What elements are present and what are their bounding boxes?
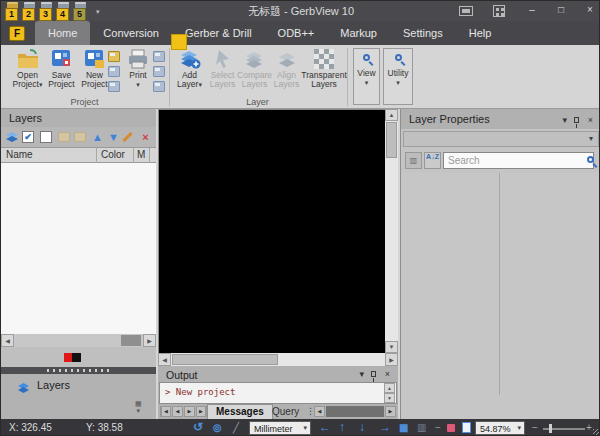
scroll-up-icon[interactable]: ▲ <box>385 109 398 121</box>
measure-line-icon[interactable]: ╱ <box>233 422 239 433</box>
tab-help[interactable]: Help <box>456 21 505 45</box>
tab-conversion[interactable]: Conversion <box>90 21 172 45</box>
categorize-icon[interactable]: ▥ <box>405 152 422 169</box>
nav-next-icon[interactable]: ▶ <box>184 406 195 417</box>
close-icon[interactable]: × <box>588 115 593 125</box>
uncheck-all-checkbox[interactable] <box>40 131 52 143</box>
layers-hscrollbar[interactable]: ◀ ▶ <box>1 334 156 347</box>
pan-right-icon[interactable]: → <box>379 420 391 434</box>
project-tool-icon[interactable] <box>108 66 120 77</box>
print-tool-icon[interactable] <box>153 51 165 62</box>
layer-select-combobox[interactable]: ▾ <box>403 131 599 147</box>
scroll-down-icon[interactable]: ▼ <box>384 393 395 403</box>
add-layer-button[interactable]: Add Layer▾ <box>173 47 206 99</box>
output-scrollbar[interactable]: ▲ ▼ <box>384 383 395 403</box>
move-layer-up-icon[interactable]: ▲ <box>90 130 105 145</box>
sort-az-icon[interactable]: A↓Z <box>424 152 441 169</box>
layers-stack-icon[interactable] <box>4 130 19 145</box>
panel-options-icon[interactable]: ▦▾ <box>135 400 142 414</box>
dropdown-icon[interactable]: ▾ <box>562 115 567 125</box>
view-button[interactable]: View ▾ <box>353 48 380 105</box>
tab-messages[interactable]: Messages <box>207 404 273 419</box>
maximize-button[interactable]: □ <box>550 1 572 20</box>
zoom-dropdown[interactable]: 54.87% ▾ <box>475 421 525 435</box>
new-project-button[interactable]: NewProject <box>78 47 111 99</box>
pin-icon[interactable] <box>371 371 376 377</box>
resize-grip[interactable] <box>593 429 599 435</box>
dropdown-icon[interactable]: ▾ <box>359 369 364 379</box>
file-menu-button[interactable]: F <box>9 26 25 41</box>
column-name[interactable]: Name <box>6 149 33 160</box>
tab-odbpp[interactable]: ODB++ <box>265 21 328 45</box>
column-color[interactable]: Color <box>101 149 125 160</box>
save-project-button[interactable]: SaveProject <box>45 47 78 99</box>
scroll-thumb[interactable] <box>326 406 384 417</box>
scroll-right-icon[interactable]: ▶ <box>385 406 396 417</box>
property-grid-divider[interactable] <box>499 173 500 395</box>
scroll-thumb[interactable] <box>386 122 397 158</box>
scroll-left-icon[interactable]: ◀ <box>158 353 171 366</box>
wrench-icon[interactable] <box>122 131 133 142</box>
pin-icon[interactable] <box>574 117 579 123</box>
move-layer-down-icon[interactable]: ▼ <box>106 130 121 145</box>
zoom-in-icon[interactable]: + <box>586 422 592 433</box>
minimize-button[interactable]: – <box>521 1 543 20</box>
tab-markup[interactable]: Markup <box>327 21 390 45</box>
column-divider[interactable] <box>149 148 150 164</box>
output-log[interactable]: > New project ▲ ▼ <box>159 382 397 404</box>
scroll-right-icon[interactable]: ▶ <box>385 353 398 366</box>
tab-scrollbar[interactable] <box>326 406 384 417</box>
redraw-icon[interactable]: ↺ <box>193 420 203 434</box>
unit-dropdown[interactable]: Millimeter ▾ <box>249 421 311 435</box>
canvas-vscrollbar[interactable]: ▲ ▼ <box>385 109 398 353</box>
transparent-layers-button[interactable]: TransparentLayers <box>302 47 346 99</box>
nav-last-icon[interactable]: ▶ <box>196 406 207 417</box>
project-tool-icon[interactable] <box>108 51 120 62</box>
pan-left-icon[interactable]: ← <box>319 420 331 434</box>
scroll-up-icon[interactable]: ▲ <box>384 383 395 393</box>
search-icon[interactable] <box>587 156 594 163</box>
scroll-thumb[interactable] <box>172 354 278 365</box>
project-tool-icon[interactable] <box>108 81 120 92</box>
panel-resize-grip[interactable] <box>1 367 156 374</box>
ribbon-display-icon[interactable] <box>459 6 473 16</box>
grid-toggle-icon[interactable]: ▦ <box>399 422 408 433</box>
highlight-color-icon[interactable] <box>447 424 455 432</box>
app-grid-icon[interactable] <box>493 5 505 17</box>
tab-query[interactable]: Query <box>268 406 303 417</box>
tab-settings[interactable]: Settings <box>390 21 456 45</box>
tab-home[interactable]: Home <box>35 21 90 45</box>
drawing-canvas[interactable] <box>158 109 385 353</box>
pan-up-icon[interactable]: ↑ <box>339 420 345 434</box>
check-all-checkbox[interactable]: ✔ <box>22 131 34 143</box>
search-input[interactable] <box>443 152 594 169</box>
utility-button[interactable]: Utility ▾ <box>383 48 413 105</box>
scroll-left-icon[interactable]: ◀ <box>1 334 14 347</box>
layers-dock-tab[interactable]: Layers <box>1 374 156 398</box>
nav-prev-icon[interactable]: ◀ <box>172 406 183 417</box>
scroll-thumb[interactable] <box>121 335 141 346</box>
column-m[interactable]: M <box>137 149 145 160</box>
scroll-left-icon[interactable]: ◀ <box>314 406 325 417</box>
column-divider[interactable] <box>133 148 134 164</box>
close-button[interactable]: × <box>579 1 600 20</box>
snap-toggle-icon[interactable]: ▥ <box>417 422 426 433</box>
scroll-right-icon[interactable]: ▶ <box>143 334 156 347</box>
zoom-out-icon[interactable]: − <box>532 422 538 433</box>
canvas-hscrollbar[interactable]: ◀ ▶ <box>158 353 398 366</box>
center-view-icon[interactable]: ◎ <box>213 422 222 433</box>
print-button[interactable]: Print ▾ <box>124 47 152 99</box>
pan-down-icon[interactable]: ↓ <box>359 420 365 434</box>
close-icon[interactable]: × <box>385 369 390 379</box>
property-grid[interactable] <box>401 173 600 419</box>
print-tool-icon[interactable] <box>153 81 165 92</box>
open-project-button[interactable]: Open Project▾ <box>11 47 44 99</box>
delete-layer-icon[interactable]: × <box>138 130 153 145</box>
column-divider[interactable] <box>96 148 97 164</box>
file-page-icon[interactable] <box>462 422 471 433</box>
layers-list[interactable] <box>1 163 156 334</box>
zoom-slider-thumb[interactable] <box>549 424 552 433</box>
print-tool-icon[interactable] <box>153 66 165 77</box>
nav-first-icon[interactable]: ◀ <box>160 406 171 417</box>
scroll-down-icon[interactable]: ▼ <box>385 341 398 353</box>
